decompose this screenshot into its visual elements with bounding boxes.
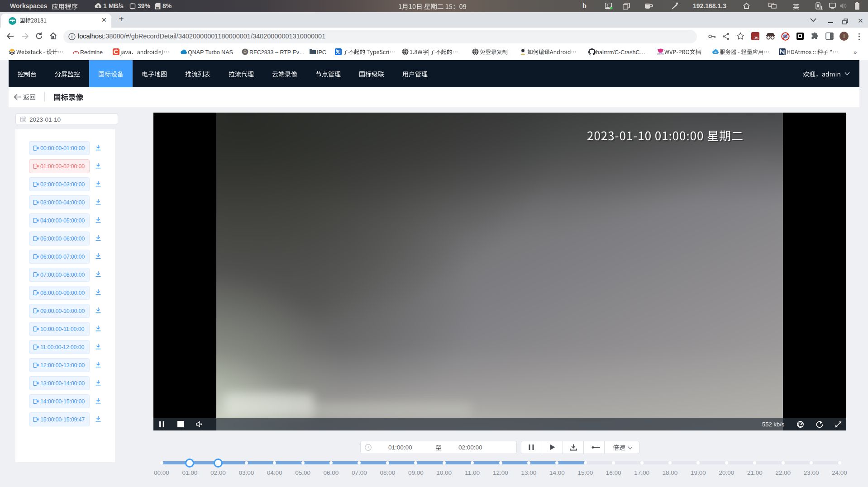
svg-text:WVP-PRO: WVP-PRO xyxy=(657,53,664,55)
